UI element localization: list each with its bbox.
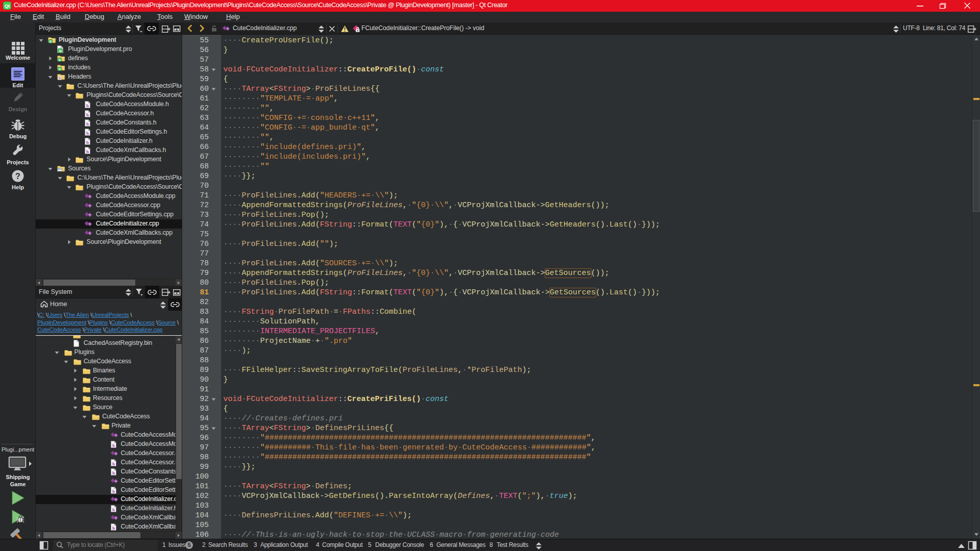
svg-text:Qt: Qt [49, 40, 52, 43]
svg-text:h: h [112, 489, 115, 494]
svg-text:h: h [86, 112, 89, 117]
svg-text:h: h [86, 140, 89, 145]
svg-text:Qt: Qt [59, 59, 62, 61]
svg-text:Qt: Qt [5, 3, 10, 9]
svg-text:h: h [86, 131, 89, 136]
svg-text:h: h [86, 103, 89, 108]
svg-text:C++: C++ [58, 168, 62, 170]
svg-text:h: h [112, 507, 115, 512]
svg-text:Qt: Qt [59, 68, 62, 70]
svg-text:h: h [59, 76, 61, 80]
svg-text:?: ? [15, 172, 20, 181]
svg-text:Qt: Qt [59, 49, 62, 53]
svg-text:h: h [112, 443, 115, 448]
svg-text:h: h [112, 461, 115, 466]
svg-text:h: h [86, 149, 89, 154]
svg-text:h: h [112, 525, 115, 531]
svg-text:h: h [86, 121, 89, 127]
svg-text:h: h [112, 470, 115, 475]
